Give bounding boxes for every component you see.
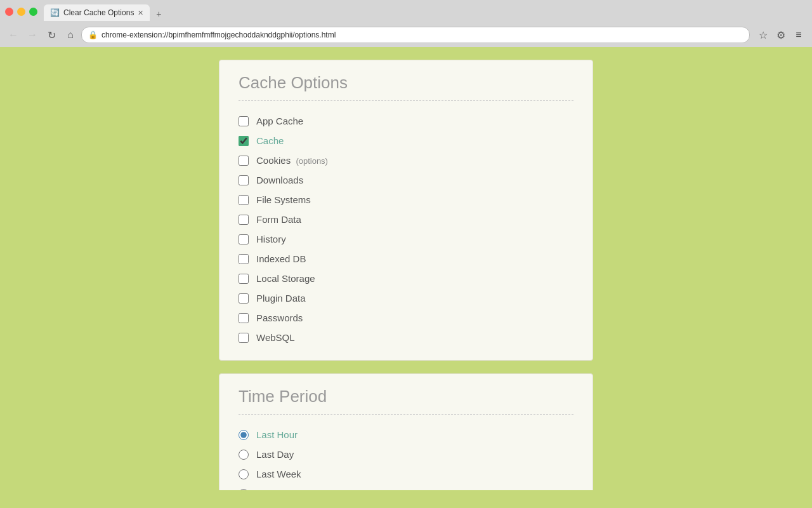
last-week-radio[interactable]: [239, 469, 249, 479]
nav-actions: ☆ ⚙ ≡: [755, 27, 807, 43]
address-input[interactable]: [102, 30, 743, 39]
list-item: Downloads: [239, 170, 573, 190]
menu-icon[interactable]: ≡: [790, 27, 807, 43]
cache-checkbox[interactable]: [239, 136, 249, 146]
last-month-label[interactable]: Last Month: [256, 488, 303, 490]
time-period-title: Time Period: [239, 387, 573, 415]
indexed-db-label[interactable]: Indexed DB: [256, 253, 306, 264]
list-item: Last Week: [239, 464, 573, 484]
maximize-button[interactable]: [29, 8, 37, 16]
last-day-radio[interactable]: [239, 450, 249, 460]
navigation-bar: ← → ↻ ⌂ 🔒 ☆ ⚙ ≡: [0, 23, 812, 47]
list-item: Local Storage: [239, 269, 573, 288]
cookies-options-link[interactable]: (options): [296, 156, 328, 166]
file-systems-checkbox[interactable]: [239, 195, 249, 205]
forward-button[interactable]: →: [24, 27, 41, 43]
plugin-data-label[interactable]: Plugin Data: [256, 293, 306, 304]
last-hour-radio[interactable]: [239, 430, 249, 440]
cache-options-card: Cache Options App Cache Cache Cookies (o…: [219, 60, 593, 361]
websql-label[interactable]: WebSQL: [256, 332, 295, 343]
history-label[interactable]: History: [256, 234, 286, 244]
list-item: Last Day: [239, 444, 573, 464]
cookies-label[interactable]: Cookies (options): [256, 155, 328, 166]
window-controls: [5, 8, 37, 16]
last-hour-label[interactable]: Last Hour: [256, 429, 298, 440]
home-button[interactable]: ⌂: [62, 27, 79, 43]
time-period-card: Time Period Last Hour Last Day Last Week…: [219, 373, 593, 490]
minimize-button[interactable]: [17, 8, 25, 16]
plugin-data-checkbox[interactable]: [239, 293, 249, 304]
list-item: Form Data: [239, 210, 573, 229]
list-item: Cookies (options): [239, 150, 573, 170]
reload-button[interactable]: ↻: [43, 27, 60, 43]
file-systems-label[interactable]: File Systems: [256, 194, 311, 205]
tab-title: Clear Cache Options: [63, 8, 134, 17]
indexed-db-checkbox[interactable]: [239, 254, 249, 264]
address-bar: 🔒: [81, 27, 750, 43]
list-item: History: [239, 229, 573, 249]
last-day-label[interactable]: Last Day: [256, 449, 294, 460]
list-item: App Cache: [239, 111, 573, 131]
list-item: Indexed DB: [239, 249, 573, 269]
passwords-label[interactable]: Passwords: [256, 312, 303, 323]
local-storage-checkbox[interactable]: [239, 274, 249, 284]
form-data-checkbox[interactable]: [239, 215, 249, 225]
tab-favicon-icon: 🔄: [50, 8, 60, 17]
list-item: WebSQL: [239, 328, 573, 347]
extensions-icon[interactable]: ⚙: [773, 27, 789, 43]
list-item: Plugin Data: [239, 288, 573, 308]
close-button[interactable]: [5, 8, 13, 16]
app-cache-label[interactable]: App Cache: [256, 116, 303, 126]
tab-bar: 🔄 Clear Cache Options ✕ +: [44, 3, 807, 21]
list-item: File Systems: [239, 190, 573, 210]
list-item: Cache: [239, 131, 573, 150]
websql-checkbox[interactable]: [239, 333, 249, 343]
passwords-checkbox[interactable]: [239, 313, 249, 323]
last-month-radio[interactable]: [239, 489, 249, 491]
title-bar: 🔄 Clear Cache Options ✕ +: [0, 0, 812, 23]
back-button[interactable]: ←: [5, 27, 22, 43]
history-checkbox[interactable]: [239, 234, 249, 244]
lock-icon: 🔒: [88, 30, 98, 39]
cache-options-title: Cache Options: [239, 73, 573, 101]
downloads-checkbox[interactable]: [239, 175, 249, 185]
local-storage-label[interactable]: Local Storage: [256, 273, 315, 284]
downloads-label[interactable]: Downloads: [256, 175, 303, 185]
list-item: Passwords: [239, 308, 573, 328]
cookies-checkbox[interactable]: [239, 156, 249, 166]
bookmark-icon[interactable]: ☆: [755, 27, 771, 43]
app-cache-checkbox[interactable]: [239, 116, 249, 126]
cache-label[interactable]: Cache: [256, 135, 284, 146]
browser-chrome: 🔄 Clear Cache Options ✕ + ← → ↻ ⌂ 🔒 ☆ ⚙ …: [0, 0, 812, 47]
page-content: Cache Options App Cache Cache Cookies (o…: [0, 47, 812, 490]
last-week-label[interactable]: Last Week: [256, 469, 301, 479]
active-tab[interactable]: 🔄 Clear Cache Options ✕: [44, 4, 150, 21]
new-tab-button[interactable]: +: [150, 7, 167, 21]
tab-close-icon[interactable]: ✕: [138, 9, 143, 17]
form-data-label[interactable]: Form Data: [256, 214, 301, 225]
list-item: Last Month: [239, 484, 573, 490]
list-item: Last Hour: [239, 425, 573, 444]
